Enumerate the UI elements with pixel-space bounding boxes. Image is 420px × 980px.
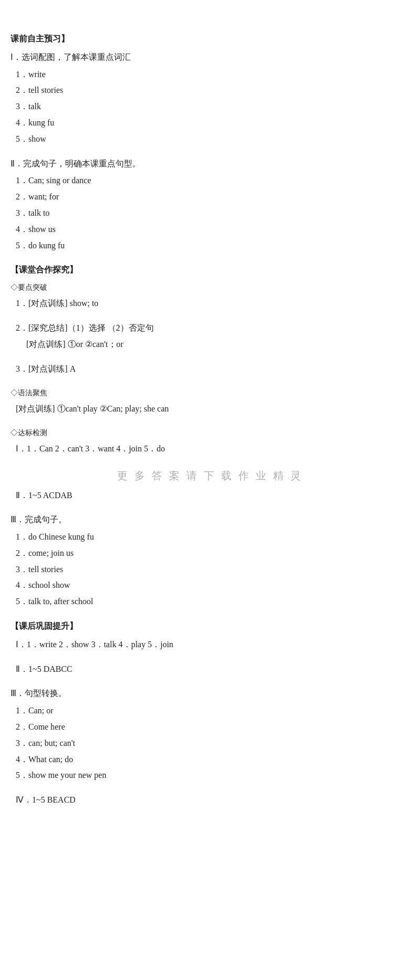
list-item: 5．show <box>10 132 410 147</box>
list-item: 4．kung fu <box>10 115 410 131</box>
classroom-item-1: 1．[对点训练] show; to <box>10 296 410 311</box>
pre-class-title: 课前自主预习】 <box>10 31 410 47</box>
list-item: 3．can; but; can't <box>10 736 410 751</box>
grammar-label: [对点训练] ①can't play ②Can; play; she can <box>10 402 410 417</box>
after-III-label: Ⅲ．句型转换。 <box>10 686 410 701</box>
watermark-text: 更 多 答 案 请 下 载 作 业 精 灵 <box>10 466 410 485</box>
list-item: 2．tell stories <box>10 83 410 98</box>
classroom-label-2: 2．[深究总结]（1）选择 （2）否定句 <box>10 321 410 336</box>
classroom-title: 【课堂合作探究】 <box>10 262 410 278</box>
classroom-section: 【课堂合作探究】 ◇要点突破 1．[对点训练] show; to 2．[深究总结… <box>10 262 410 376</box>
std-block-II: Ⅱ．1~5 ACDAB <box>10 488 410 503</box>
grammar-subtitle: ◇语法聚焦 <box>10 386 410 399</box>
list-item: 5．talk to, after school <box>10 594 410 609</box>
classroom-item-2: 2．[深究总结]（1）选择 （2）否定句 [对点训练] ①or ②can't；o… <box>10 321 410 352</box>
list-item: 4．show us <box>10 222 410 237</box>
classroom-subtitle: ◇要点突破 <box>10 281 410 294</box>
standard-subtitle: ◇达标检测 <box>10 426 410 439</box>
list-item: 2．Come here <box>10 720 410 735</box>
pre-class-II-label: Ⅱ．完成句子，明确本课重点句型。 <box>10 156 410 172</box>
pre-class-block-I: Ⅰ．选词配图，了解本课重点词汇 1．write 2．tell stories 3… <box>10 50 410 147</box>
pre-class-I-label: Ⅰ．选词配图，了解本课重点词汇 <box>10 50 410 65</box>
list-item: 2．come; join us <box>10 546 410 561</box>
after-class-title: 【课后巩固提升】 <box>10 619 410 634</box>
list-item: 1．write <box>10 67 410 82</box>
list-item: 5．show me your new pen <box>10 768 410 783</box>
after-class-section: 【课后巩固提升】 Ⅰ．1．write 2．show 3．talk 4．play … <box>10 619 410 808</box>
after-block-III: Ⅲ．句型转换。 1．Can; or 2．Come here 3．can; but… <box>10 686 410 783</box>
list-item: 4．school show <box>10 578 410 593</box>
classroom-sublabel-2: [对点训练] ①or ②can't；or <box>10 337 410 352</box>
after-block-IV: Ⅳ．1~5 BEACD <box>10 793 410 808</box>
std-block-I: Ⅰ．1．Can 2．can't 3．want 4．join 5．do <box>10 441 410 457</box>
classroom-item-3: 3．[对点训练] A <box>10 362 410 377</box>
after-IV-label: Ⅳ．1~5 BEACD <box>10 793 410 808</box>
after-I-label: Ⅰ．1．write 2．show 3．talk 4．play 5．join <box>10 637 410 652</box>
classroom-label-3: 3．[对点训练] A <box>10 362 410 377</box>
classroom-label-1: 1．[对点训练] show; to <box>10 296 410 311</box>
grammar-section: ◇语法聚焦 [对点训练] ①can't play ②Can; play; she… <box>10 386 410 417</box>
list-item: 3．talk to <box>10 206 410 221</box>
pre-class-section: 课前自主预习】 Ⅰ．选词配图，了解本课重点词汇 1．write 2．tell s… <box>10 31 410 253</box>
std-II-label: Ⅱ．1~5 ACDAB <box>10 488 410 503</box>
list-item: 3．talk <box>10 99 410 114</box>
standard-section: ◇达标检测 Ⅰ．1．Can 2．can't 3．want 4．join 5．do… <box>10 426 410 610</box>
list-item: 1．Can; or <box>10 703 410 719</box>
list-item: 3．tell stories <box>10 562 410 577</box>
list-item: 1．Can; sing or dance <box>10 173 410 188</box>
after-II-label: Ⅱ．1~5 DABCC <box>10 662 410 677</box>
page-container: 课前自主预习】 Ⅰ．选词配图，了解本课重点词汇 1．write 2．tell s… <box>10 31 410 808</box>
list-item: 1．do Chinese kung fu <box>10 530 410 545</box>
list-item: 4．What can; do <box>10 752 410 767</box>
std-block-III: Ⅲ．完成句子。 1．do Chinese kung fu 2．come; joi… <box>10 512 410 609</box>
std-I-label: Ⅰ．1．Can 2．can't 3．want 4．join 5．do <box>10 441 410 457</box>
after-block-I: Ⅰ．1．write 2．show 3．talk 4．play 5．join <box>10 637 410 652</box>
list-item: 2．want; for <box>10 189 410 205</box>
after-block-II: Ⅱ．1~5 DABCC <box>10 662 410 677</box>
list-item: 5．do kung fu <box>10 238 410 254</box>
std-III-label: Ⅲ．完成句子。 <box>10 512 410 528</box>
pre-class-block-II: Ⅱ．完成句子，明确本课重点句型。 1．Can; sing or dance 2．… <box>10 156 410 254</box>
